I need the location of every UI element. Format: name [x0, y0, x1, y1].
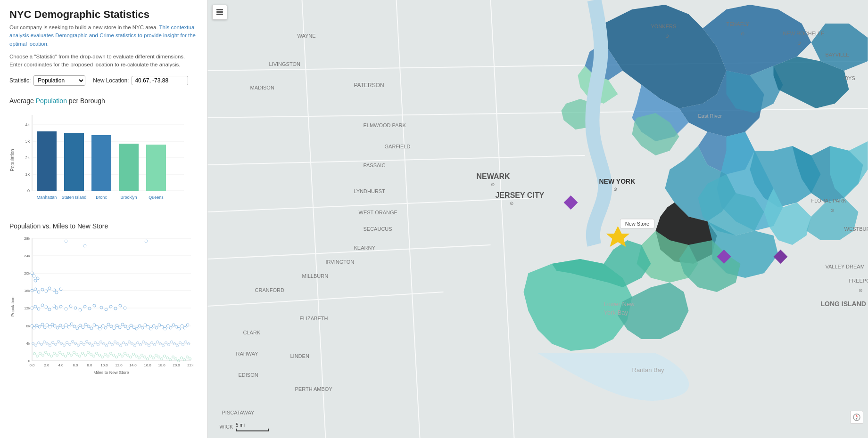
svg-text:0.0: 0.0	[29, 363, 35, 367]
svg-point-115	[107, 323, 110, 326]
svg-point-50	[145, 240, 148, 243]
svg-text:JERSEY CITY: JERSEY CITY	[496, 191, 545, 199]
svg-point-218	[84, 354, 87, 357]
scatter-dots	[31, 240, 189, 330]
new-location-input[interactable]	[132, 76, 188, 85]
new-location-label: New Location:	[93, 77, 129, 84]
svg-point-168	[100, 341, 102, 343]
map-panel: NEWARK ⊙ JERSEY CITY ⊙ PATERSON ELMWOOD …	[207, 0, 868, 438]
svg-point-146	[38, 342, 40, 344]
svg-text:PATERSON: PATERSON	[354, 82, 384, 89]
svg-text:⊙: ⊙	[491, 182, 495, 187]
svg-point-192	[168, 344, 170, 346]
svg-point-130	[149, 327, 152, 330]
svg-point-190	[162, 345, 165, 347]
svg-text:ELIZABETH: ELIZABETH	[300, 316, 328, 321]
svg-text:12.0: 12.0	[115, 363, 123, 367]
svg-point-230	[118, 353, 121, 356]
svg-point-223	[99, 354, 101, 357]
svg-point-102	[70, 323, 73, 325]
svg-point-82	[105, 308, 107, 311]
statistic-select[interactable]: Population Crime Income	[33, 75, 85, 86]
svg-point-77	[79, 308, 82, 311]
svg-point-224	[101, 356, 104, 358]
svg-point-114	[104, 326, 107, 329]
svg-text:GARFIELD: GARFIELD	[385, 144, 411, 149]
svg-point-213	[70, 354, 73, 357]
svg-point-175	[120, 345, 122, 347]
new-location-control: New Location:	[93, 76, 188, 85]
svg-point-121	[124, 325, 127, 328]
compass-button[interactable]	[850, 411, 863, 424]
svg-point-117	[113, 327, 116, 330]
svg-point-167	[97, 344, 99, 346]
svg-point-53	[33, 275, 35, 277]
svg-point-104	[76, 327, 79, 330]
svg-text:OYS: OYS	[844, 75, 855, 81]
svg-point-97	[56, 326, 59, 329]
svg-point-112	[99, 327, 101, 330]
svg-text:Staten Island: Staten Island	[62, 195, 87, 200]
svg-text:28k: 28k	[24, 236, 31, 241]
svg-text:YONKERS: YONKERS	[651, 24, 677, 29]
svg-rect-343	[216, 11, 223, 13]
svg-point-252	[181, 357, 183, 359]
svg-point-83	[109, 305, 112, 308]
svg-point-239	[144, 356, 146, 358]
svg-point-185	[148, 345, 150, 347]
svg-point-124	[132, 326, 135, 329]
svg-point-196	[179, 342, 182, 344]
svg-point-155	[63, 344, 66, 347]
scale-line	[236, 429, 269, 431]
svg-point-55	[34, 279, 37, 282]
svg-point-255	[189, 358, 191, 360]
svg-text:RAHWAY: RAHWAY	[236, 351, 259, 357]
svg-point-73	[59, 305, 62, 308]
svg-point-183	[142, 341, 145, 343]
bar-chart-svg: Population 0 1k 2k 3k 4k Manhattan	[9, 108, 193, 212]
svg-text:⊙: ⊙	[859, 288, 862, 293]
svg-text:2.0: 2.0	[44, 363, 50, 367]
svg-point-181	[137, 342, 139, 344]
left-panel: NYC Demographic Statistics Our company i…	[0, 0, 207, 438]
instruction-text: Choose a "Statistic" from the drop-down …	[9, 53, 198, 69]
svg-point-119	[118, 326, 121, 329]
svg-point-64	[59, 288, 62, 291]
svg-text:0: 0	[28, 359, 31, 363]
svg-point-250	[175, 358, 177, 360]
svg-point-212	[67, 352, 70, 355]
svg-point-62	[53, 289, 56, 292]
svg-point-204	[45, 351, 47, 354]
svg-point-150	[49, 345, 51, 347]
scatter-container: Population 0 4k 8k 12k 16k	[9, 234, 193, 380]
svg-point-200	[33, 353, 36, 355]
svg-point-228	[113, 354, 115, 357]
svg-text:16.0: 16.0	[144, 363, 151, 367]
svg-text:Manhattan: Manhattan	[37, 195, 57, 200]
svg-text:TENAFLY: TENAFLY	[727, 21, 750, 27]
svg-point-91	[41, 323, 44, 326]
svg-point-58	[37, 291, 40, 293]
svg-text:Raritan Bay: Raritan Bay	[632, 366, 664, 373]
svg-text:BAYVILLE: BAYVILLE	[826, 52, 850, 57]
svg-text:York Bay: York Bay	[604, 309, 628, 316]
svg-text:⊙: ⊙	[613, 187, 617, 192]
svg-point-51	[83, 244, 86, 247]
svg-text:⊙: ⊙	[510, 201, 513, 206]
svg-text:LINDEN: LINDEN	[290, 353, 309, 359]
svg-point-198	[185, 341, 187, 343]
svg-point-207	[53, 352, 56, 355]
scatter-title: Population vs. Miles to New Store	[9, 222, 198, 230]
svg-text:10.0: 10.0	[100, 363, 108, 367]
svg-point-216	[79, 355, 81, 357]
svg-point-109	[90, 327, 93, 330]
svg-point-118	[116, 324, 118, 327]
svg-point-182	[140, 344, 142, 346]
svg-text:CLARK: CLARK	[243, 330, 261, 335]
svg-point-75	[69, 305, 72, 308]
svg-point-172	[111, 344, 114, 346]
svg-point-225	[104, 353, 107, 356]
svg-point-177	[125, 344, 128, 346]
svg-text:20k: 20k	[24, 271, 31, 276]
layer-toggle-button[interactable]	[212, 5, 227, 20]
